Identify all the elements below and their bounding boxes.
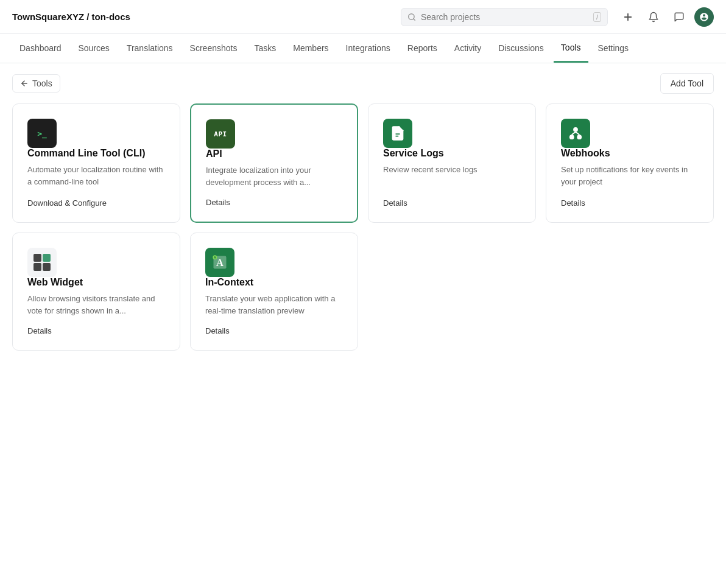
plus-icon bbox=[622, 12, 633, 23]
nav-item-integrations[interactable]: Integrations bbox=[339, 35, 398, 63]
user-icon bbox=[699, 12, 709, 22]
nav-item-translations[interactable]: Translations bbox=[119, 35, 180, 63]
notifications-button[interactable] bbox=[643, 7, 664, 27]
tool-desc-api: Integrate localization into your develop… bbox=[206, 164, 342, 188]
tool-card-web-widget[interactable]: Web Widget Allow browsing visitors trans… bbox=[12, 233, 180, 351]
tool-card-api[interactable]: API API Integrate localization into your… bbox=[190, 103, 358, 223]
main-nav: Dashboard Sources Translations Screensho… bbox=[0, 34, 726, 63]
nav-item-reports[interactable]: Reports bbox=[400, 35, 445, 63]
tool-link-service-logs[interactable]: Details bbox=[383, 198, 521, 208]
header-actions bbox=[618, 7, 714, 27]
tool-name-in-context: In-Context bbox=[205, 277, 343, 288]
nav-item-tools[interactable]: Tools bbox=[554, 34, 588, 63]
tool-desc-in-context: Translate your web application with a re… bbox=[205, 293, 343, 317]
nav-item-members[interactable]: Members bbox=[286, 35, 336, 63]
tool-card-webhooks[interactable]: Webhooks Set up notifications for key ev… bbox=[546, 103, 714, 223]
widget-icon bbox=[27, 248, 57, 277]
nav-item-tasks[interactable]: Tasks bbox=[247, 35, 283, 63]
bell-icon bbox=[648, 12, 659, 23]
add-button[interactable] bbox=[618, 7, 638, 27]
search-icon bbox=[407, 13, 416, 21]
tool-link-cli[interactable]: Download & Configure bbox=[27, 198, 165, 208]
back-label: Tools bbox=[32, 79, 52, 88]
tool-card-in-context[interactable]: A A In-Context Translate your web applic… bbox=[190, 233, 358, 351]
search-shortcut: / bbox=[593, 12, 601, 22]
nav-item-screenshots[interactable]: Screenshots bbox=[183, 35, 245, 63]
svg-point-7 bbox=[569, 135, 574, 139]
svg-rect-13 bbox=[43, 263, 51, 271]
tool-card-cli[interactable]: >_ Command Line Tool (CLI) Automate your… bbox=[12, 103, 180, 223]
tool-link-web-widget[interactable]: Details bbox=[27, 326, 165, 335]
tool-desc-service-logs: Review recent service logs bbox=[383, 164, 521, 189]
svg-line-1 bbox=[414, 18, 415, 20]
svg-point-8 bbox=[577, 135, 582, 139]
back-button[interactable]: Tools bbox=[12, 74, 60, 93]
tool-desc-cli: Automate your localization routine with … bbox=[27, 164, 165, 189]
nav-item-sources[interactable]: Sources bbox=[71, 35, 117, 63]
tool-name-service-logs: Service Logs bbox=[383, 148, 521, 159]
logs-icon bbox=[383, 119, 412, 148]
search-bar[interactable]: / bbox=[401, 8, 608, 26]
tool-desc-webhooks: Set up notifications for key events in y… bbox=[561, 164, 699, 189]
svg-rect-12 bbox=[33, 263, 41, 271]
tool-link-in-context[interactable]: Details bbox=[205, 326, 343, 335]
tools-grid: >_ Command Line Tool (CLI) Automate your… bbox=[0, 103, 726, 363]
svg-text:A: A bbox=[216, 257, 224, 268]
header: TownSquareXYZ / ton-docs / bbox=[0, 0, 726, 34]
svg-rect-11 bbox=[43, 254, 51, 262]
tool-link-webhooks[interactable]: Details bbox=[561, 198, 699, 208]
avatar[interactable] bbox=[694, 7, 714, 27]
tool-name-api: API bbox=[206, 149, 342, 159]
nav-item-activity[interactable]: Activity bbox=[447, 35, 488, 63]
add-tool-button[interactable]: Add Tool bbox=[660, 73, 714, 94]
webhooks-icon bbox=[561, 119, 590, 148]
nav-item-dashboard[interactable]: Dashboard bbox=[12, 35, 69, 63]
arrow-left-icon bbox=[20, 79, 29, 88]
nav-item-settings[interactable]: Settings bbox=[591, 35, 636, 63]
tool-name-web-widget: Web Widget bbox=[27, 277, 165, 288]
tool-name-cli: Command Line Tool (CLI) bbox=[27, 148, 165, 159]
tool-name-webhooks: Webhooks bbox=[561, 148, 699, 159]
nav-item-discussions[interactable]: Discussions bbox=[491, 35, 551, 63]
toolbar: Tools Add Tool bbox=[0, 63, 726, 103]
message-icon bbox=[674, 12, 685, 23]
api-icon: API bbox=[206, 119, 235, 149]
svg-point-9 bbox=[573, 127, 578, 132]
svg-rect-10 bbox=[33, 254, 41, 262]
cli-icon: >_ bbox=[27, 119, 57, 148]
tool-desc-web-widget: Allow browsing visitors translate and vo… bbox=[27, 293, 165, 317]
tool-card-service-logs[interactable]: Service Logs Review recent service logs … bbox=[368, 103, 536, 223]
messages-button[interactable] bbox=[669, 7, 689, 27]
incontext-icon: A A bbox=[205, 248, 234, 277]
tool-link-api[interactable]: Details bbox=[206, 198, 342, 207]
search-input[interactable] bbox=[421, 12, 593, 22]
brand-title: TownSquareXYZ / ton-docs bbox=[12, 12, 130, 22]
